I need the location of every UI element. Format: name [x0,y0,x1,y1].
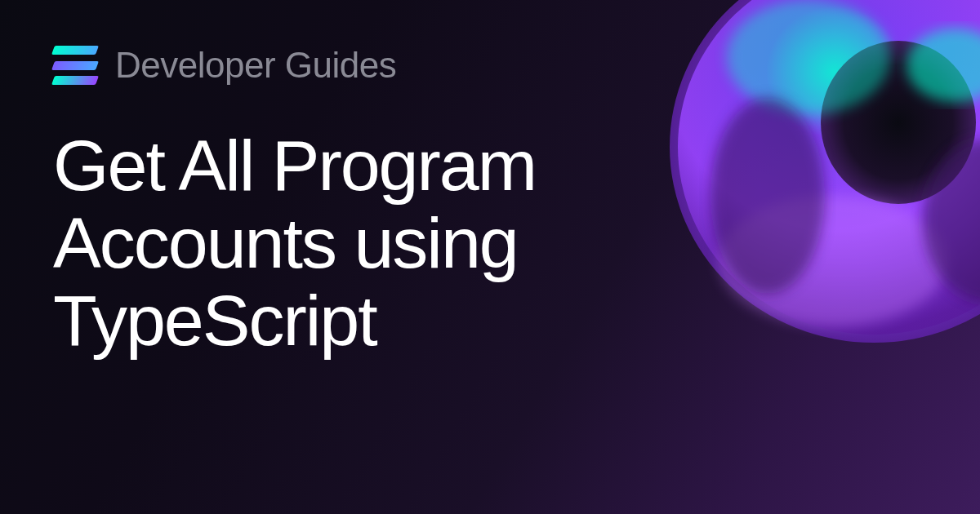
page-title: Get All Program Accounts using TypeScrip… [53,126,788,359]
category-label: Developer Guides [115,45,396,86]
solana-logo-icon [53,46,97,85]
header: Developer Guides [53,45,927,86]
